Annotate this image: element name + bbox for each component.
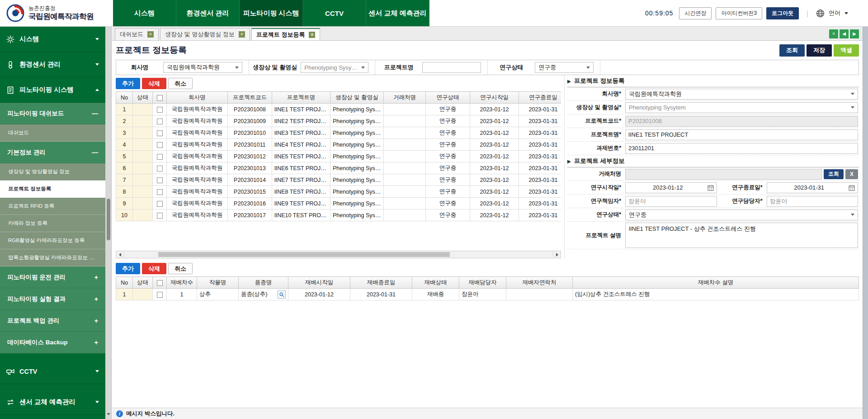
- sidebar-item-camera-info[interactable]: 카메라 정보 등록: [0, 215, 105, 232]
- company-filter-select[interactable]: 국립원예특작과학원: [163, 62, 242, 73]
- row-checkbox[interactable]: [157, 166, 163, 171]
- sidebar-item-basic-info-mgmt[interactable]: 기본정보 관리—: [0, 142, 105, 163]
- end-date-input[interactable]: 2023-01-31: [767, 182, 859, 193]
- tab-dashboard[interactable]: 대쉬보드×: [115, 28, 159, 40]
- window-scrollbar[interactable]: [863, 27, 868, 419]
- table-row[interactable]: 1국립원예특작과학원P202301008lINE1 TEST PROJECTPh…: [116, 104, 561, 115]
- horizontal-scrollbar[interactable]: [116, 251, 561, 258]
- sidebar-item-chamber-info[interactable]: 생장상 및 영상촬영실 정보: [0, 163, 105, 181]
- task-number-input[interactable]: 23011201: [625, 143, 858, 154]
- leader-input[interactable]: 장윤아: [625, 196, 717, 207]
- sidebar-item-sensor-replace-predict[interactable]: 센서 교체 예측관리: [0, 390, 105, 415]
- start-date-input[interactable]: 2023-01-12: [625, 182, 717, 193]
- top-nav-item-env-sensor[interactable]: 환경센서 관리: [176, 0, 240, 26]
- top-nav-item-cctv[interactable]: CCTV: [303, 0, 366, 26]
- cell-status: 연구중: [426, 162, 470, 174]
- sidebar-item-phenotyping-operation[interactable]: 피노타이핑 운전 관리+: [0, 267, 105, 288]
- sidebar-item-env-sensor-mgmt[interactable]: 환경센서 관리: [0, 52, 105, 77]
- select-all-checkbox[interactable]: [157, 280, 163, 286]
- row-checkbox[interactable]: [157, 107, 163, 113]
- save-button[interactable]: 저장: [807, 44, 832, 57]
- client-search-button[interactable]: 조회: [824, 169, 844, 179]
- excel-button[interactable]: 엑셀: [834, 44, 859, 57]
- client-clear-button[interactable]: X: [845, 169, 858, 179]
- table-row[interactable]: 10국립원예특작과학원P202301017lINE10 TEST PROJE..…: [116, 210, 561, 221]
- chamber-select[interactable]: Phenotyping Sysytem: [625, 102, 858, 113]
- project-desc-textarea[interactable]: lINE1 TEST PROJECT - 상추 건조스트레스 진행: [625, 223, 858, 248]
- table-row[interactable]: 5국립원예특작과학원P202301012lINE5 TEST PROJECTPh…: [116, 151, 561, 162]
- row-checkbox[interactable]: [157, 189, 163, 195]
- table-row[interactable]: 9국립원예특작과학원P202301016lINE9 TEST PROJECTPh…: [116, 198, 561, 210]
- calendar-icon[interactable]: [708, 185, 714, 191]
- tab-close-icon[interactable]: ×: [309, 32, 315, 38]
- top-nav-item-system[interactable]: 시스템: [113, 0, 176, 26]
- table-row[interactable]: 3국립원예특작과학원P202301010lINE3 TEST PROJECTPh…: [116, 127, 561, 139]
- calendar-icon[interactable]: [849, 185, 855, 191]
- sidebar-item-phenotyping-dashboard[interactable]: 피노타이핑 대쉬보드—: [0, 103, 105, 124]
- delete-row-button[interactable]: 삭제: [142, 78, 166, 89]
- table-row[interactable]: 8국립원예특작과학원P202301015lINE8 TEST PROJECTPh…: [116, 186, 561, 198]
- sidebar-item-chlorophyll-camera-coord[interactable]: 엽록소형광촬영실 카메라좌표정보 등록: [0, 249, 105, 267]
- scroll-left-icon[interactable]: [116, 251, 124, 258]
- language-chevron-down-icon[interactable]: [844, 12, 848, 14]
- sidebar-splitter[interactable]: [105, 27, 112, 419]
- next-tab-button[interactable]: ▶: [850, 29, 859, 38]
- scrollbar-track[interactable]: [124, 251, 553, 258]
- language-label[interactable]: 언어: [829, 9, 840, 17]
- user-button[interactable]: 아이티컨버전3: [716, 7, 762, 19]
- sidebar-item-phenotyping-results[interactable]: 피노타이핑 실험 결과+: [0, 288, 105, 310]
- client-name-input[interactable]: [625, 169, 822, 180]
- collapse-chevron-icon[interactable]: [107, 413, 110, 415]
- add-row-button[interactable]: 추가: [116, 78, 140, 89]
- scroll-right-icon[interactable]: [553, 251, 561, 258]
- table-row[interactable]: 6국립원예특작과학원P202301013lINE6 TEST PROJECTPh…: [116, 162, 561, 174]
- scrollbar-thumb[interactable]: [158, 252, 450, 257]
- row-checkbox[interactable]: [157, 154, 163, 160]
- row-checkbox[interactable]: [157, 292, 163, 298]
- delete-cultivation-button[interactable]: 삭제: [142, 263, 166, 274]
- sidebar-item-project-backup[interactable]: 프로젝트 백업 관리+: [0, 310, 105, 332]
- sidebar-item-database-backup[interactable]: 데이타베이스 Backup+: [0, 332, 105, 353]
- row-checkbox[interactable]: [157, 130, 163, 136]
- tab-project-register[interactable]: 프로젝트 정보등록×: [251, 28, 321, 40]
- row-checkbox[interactable]: [157, 213, 163, 219]
- row-checkbox[interactable]: [157, 201, 163, 207]
- select-all-checkbox[interactable]: [157, 95, 163, 101]
- top-nav-item-phenotyping[interactable]: 피노타이핑 시스템: [240, 0, 303, 26]
- top-nav-item-sensor-replace[interactable]: 센서 교체 예측관리: [366, 0, 429, 26]
- manager-input[interactable]: 장윤아: [767, 196, 859, 207]
- tab-close-icon[interactable]: ×: [239, 31, 245, 38]
- cancel-cultivation-button[interactable]: 취소: [168, 263, 193, 274]
- table-row[interactable]: 7국립원예특작과학원P202301014lINE7 TEST PROJECTPh…: [116, 174, 561, 186]
- search-button[interactable]: 조회: [779, 44, 805, 57]
- row-checkbox[interactable]: [157, 142, 163, 148]
- table-row[interactable]: 4국립원예특작과학원P202301011lINE4 TEST PROJECTPh…: [116, 139, 561, 151]
- tab-chamber-info[interactable]: 생장상 및 영상촬영실 정보×: [160, 28, 250, 40]
- add-cultivation-button[interactable]: 추가: [116, 263, 140, 274]
- close-all-tabs-button[interactable]: ×: [829, 29, 838, 38]
- extend-time-button[interactable]: 시간연장: [679, 7, 712, 19]
- prev-tab-button[interactable]: ◀: [840, 29, 849, 38]
- table-row[interactable]: 2국립원예특작과학원P202301009lINE2 TEST PROJECTPh…: [116, 115, 561, 127]
- row-checkbox[interactable]: [157, 177, 163, 183]
- project-name-input[interactable]: lINE1 TEST PROJECT: [625, 129, 858, 140]
- logout-button[interactable]: 로그아웃: [766, 7, 799, 19]
- tab-close-icon[interactable]: ×: [147, 31, 154, 38]
- table-row[interactable]: 11상추품종(상추)2023-01-122023-01-31재배중장윤아(임시)…: [116, 289, 859, 300]
- splitter-scrollbar-thumb[interactable]: [107, 199, 110, 240]
- company-select[interactable]: 국립원예특작과학원: [625, 89, 858, 100]
- sidebar-item-project-rfid[interactable]: 프로젝트 RFID 등록: [0, 198, 105, 215]
- sidebar-item-project-register[interactable]: 프로젝트 정보등록: [0, 181, 105, 198]
- status-filter-select[interactable]: 연구중: [535, 62, 594, 73]
- sidebar-item-cctv[interactable]: CCTV: [0, 359, 105, 384]
- chamber-filter-select[interactable]: Phenotyping Sysytem: [301, 62, 368, 73]
- sidebar-item-rgb-camera-coord[interactable]: RGB촬영실 카메라좌표정보 등록: [0, 232, 105, 249]
- sidebar-item-phenotyping-system[interactable]: 피노타이핑 시스템: [0, 77, 105, 103]
- cancel-button[interactable]: 취소: [168, 78, 193, 89]
- sidebar-item-dashboard[interactable]: 대쉬보드: [0, 124, 105, 142]
- row-checkbox[interactable]: [157, 119, 163, 124]
- sidebar-item-system[interactable]: 시스템: [0, 27, 105, 52]
- project-name-filter-input[interactable]: [422, 62, 481, 73]
- research-status-select[interactable]: 연구중: [625, 210, 858, 220]
- variety-search-icon[interactable]: [278, 290, 286, 299]
